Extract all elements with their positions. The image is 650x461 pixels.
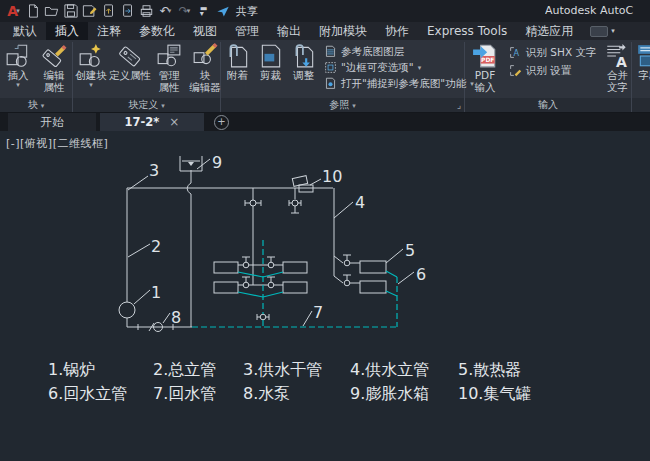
radiator[interactable]	[283, 262, 307, 273]
legend-return-riser[interactable]: 6.回水立管	[48, 385, 127, 402]
return-piping[interactable]	[192, 240, 397, 327]
leader-5[interactable]	[386, 249, 403, 263]
callout-2[interactable]: 2	[151, 237, 161, 256]
radiator-valve[interactable]	[344, 280, 350, 286]
callout-3[interactable]: 3	[149, 161, 159, 180]
callout-6[interactable]: 6	[416, 265, 426, 284]
radiator[interactable]	[360, 281, 386, 293]
radiator-valve[interactable]	[268, 282, 274, 288]
radiator[interactable]	[360, 261, 386, 273]
callout-7[interactable]: 7	[313, 303, 323, 322]
leader-6[interactable]	[398, 272, 414, 284]
radiator-valve[interactable]	[344, 260, 350, 266]
leader-4[interactable]	[334, 202, 353, 218]
pipe-expansion-tank[interactable]	[187, 170, 191, 327]
radiator[interactable]	[214, 262, 238, 273]
radiator-valve[interactable]	[243, 262, 249, 268]
callout-9[interactable]: 9	[212, 153, 222, 172]
legend-supply-riser[interactable]: 4.供水立管	[350, 361, 429, 378]
legend-expansion-tank[interactable]: 9.膨胀水箱	[350, 385, 429, 402]
autocad-window: A▾ ↶▾ ↷▾ ▬▾ 共享 Autodesk AutoC 默认 插入 注释 参…	[0, 0, 650, 461]
radiator[interactable]	[214, 282, 238, 293]
radiator-valve[interactable]	[268, 262, 274, 268]
radiator-return-connections-right[interactable]	[386, 271, 397, 296]
legend-air-collector[interactable]: 10.集气罐	[458, 385, 531, 402]
callout-leaders[interactable]	[128, 159, 414, 326]
legend-radiator[interactable]: 5.散热器	[458, 361, 521, 378]
legend-return-pipe[interactable]: 7.回水管	[153, 385, 216, 402]
leader-7[interactable]	[303, 311, 312, 326]
valve-circle[interactable]	[250, 200, 256, 206]
callout-5[interactable]: 5	[405, 241, 415, 260]
callout-4[interactable]: 4	[355, 193, 365, 212]
legend-main-riser[interactable]: 2.总立管	[153, 361, 216, 378]
legend-pump[interactable]: 8.水泵	[243, 385, 290, 402]
radiator-valve[interactable]	[243, 282, 249, 288]
water-level-icon	[188, 162, 194, 166]
callout-10[interactable]: 10	[322, 167, 342, 186]
leader-8[interactable]	[163, 313, 170, 323]
leader-10[interactable]	[310, 179, 321, 185]
callout-1[interactable]: 1	[151, 283, 161, 302]
boiler-symbol[interactable]	[119, 302, 135, 318]
legend-supply-main[interactable]: 3.供水干管	[243, 361, 322, 378]
legend-boiler[interactable]: 1.锅炉	[48, 361, 95, 378]
callout-8[interactable]: 8	[171, 308, 181, 327]
leader-2[interactable]	[128, 244, 150, 257]
valve-circle[interactable]	[292, 200, 298, 206]
valve-circle[interactable]	[260, 314, 266, 320]
radiator[interactable]	[283, 282, 307, 293]
leader-1[interactable]	[134, 290, 150, 304]
